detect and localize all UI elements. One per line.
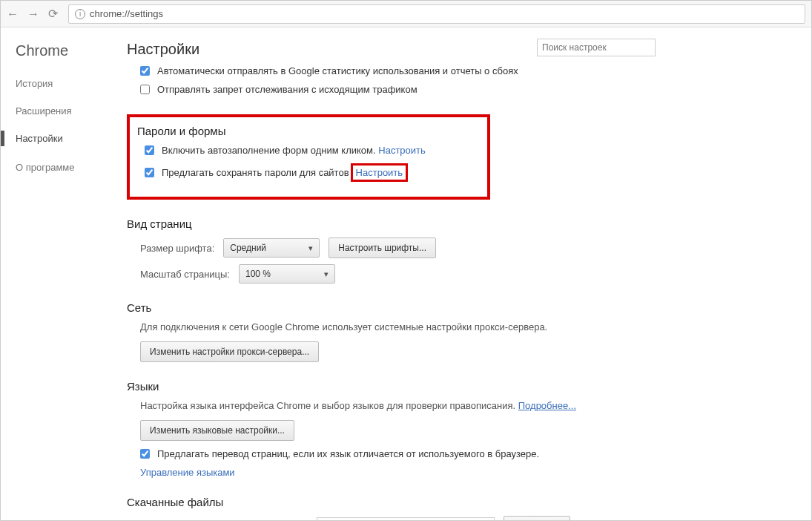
section-title-languages: Языки	[127, 380, 796, 393]
url-text: chrome://settings	[90, 8, 163, 19]
page-title: Настройки	[127, 41, 796, 58]
checkbox-row-autostats: Автоматически отправлять в Google статис…	[140, 65, 796, 76]
back-icon[interactable]: ←	[7, 7, 19, 21]
select-page-zoom[interactable]: 100 %	[239, 264, 335, 284]
reload-icon[interactable]: ⟳	[48, 7, 58, 21]
label-font-size: Размер шрифта:	[140, 243, 214, 254]
label-autofill: Включить автозаполнение форм одним клико…	[162, 145, 376, 156]
label-translate: Предлагать перевод страниц, если их язык…	[157, 448, 539, 459]
label-autostats: Автоматически отправлять в Google статис…	[157, 65, 518, 76]
button-configure-fonts[interactable]: Настроить шрифты...	[329, 237, 436, 258]
address-bar[interactable]: i chrome://settings	[68, 4, 805, 24]
text-languages-desc: Настройка языка интерфейса Chrome и выбо…	[140, 400, 796, 411]
section-title-downloads: Скачанные файлы	[127, 496, 796, 508]
checkbox-row-savepw: Предлагать сохранять пароли для сайтов Н…	[145, 163, 480, 182]
link-savepw-configure[interactable]: Настроить	[356, 167, 403, 178]
checkbox-autofill[interactable]	[145, 145, 154, 155]
sidebar-item-settings[interactable]: Настройки	[1, 131, 112, 146]
checkbox-translate[interactable]	[140, 449, 150, 459]
checkbox-autostats[interactable]	[140, 66, 150, 76]
main-content: Настройки Автоматически отправлять в Goo…	[112, 27, 811, 521]
section-title-pageview: Вид страниц	[127, 217, 796, 230]
label-savepw: Предлагать сохранять пароли для сайтов	[162, 167, 349, 178]
section-title-network: Сеть	[127, 301, 796, 314]
row-font-size: Размер шрифта: Средний Настроить шрифты.…	[140, 237, 796, 258]
label-page-zoom: Масштаб страницы:	[140, 269, 230, 280]
row-download-location: Расположение скачиваемых файлов: Изменит…	[140, 516, 796, 521]
text-network-desc: Для подключения к сети Google Chrome исп…	[140, 321, 796, 332]
checkbox-dnt[interactable]	[140, 85, 150, 94]
site-info-icon[interactable]: i	[75, 9, 85, 19]
label-dnt: Отправлять запрет отслеживания с исходящ…	[157, 84, 417, 95]
button-proxy-settings[interactable]: Изменить настройки прокси-сервера...	[140, 341, 319, 362]
highlight-passwords-section: Пароли и формы Включить автозаполнение ф…	[127, 114, 490, 200]
checkbox-row-autofill: Включить автозаполнение форм одним клико…	[145, 145, 480, 156]
link-manage-languages[interactable]: Управление языками	[140, 467, 796, 478]
sidebar: Chrome История Расширения Настройки О пр…	[1, 27, 112, 521]
link-languages-more[interactable]: Подробнее...	[518, 400, 576, 411]
sidebar-item-history[interactable]: История	[16, 76, 112, 91]
checkbox-savepw[interactable]	[145, 168, 154, 177]
browser-toolbar: ← → ⟳ i chrome://settings	[1, 1, 811, 27]
input-download-path[interactable]	[317, 517, 495, 521]
sidebar-item-about[interactable]: О программе	[16, 160, 112, 175]
sidebar-item-extensions[interactable]: Расширения	[16, 103, 112, 119]
checkbox-row-dnt: Отправлять запрет отслеживания с исходящ…	[140, 84, 796, 95]
checkbox-row-translate: Предлагать перевод страниц, если их язык…	[140, 448, 796, 459]
section-title-passwords: Пароли и формы	[137, 125, 480, 137]
forward-icon[interactable]: →	[27, 7, 39, 21]
row-page-zoom: Масштаб страницы: 100 %	[140, 264, 796, 284]
button-change-download-path[interactable]: Изменить...	[504, 516, 570, 521]
brand-title: Chrome	[16, 42, 112, 59]
search-settings-input[interactable]	[537, 39, 656, 56]
link-autofill-configure[interactable]: Настроить	[378, 145, 426, 156]
button-language-settings[interactable]: Изменить языковые настройки...	[140, 420, 294, 441]
highlight-savepw-link: Настроить	[351, 163, 409, 182]
select-font-size[interactable]: Средний	[223, 238, 320, 258]
